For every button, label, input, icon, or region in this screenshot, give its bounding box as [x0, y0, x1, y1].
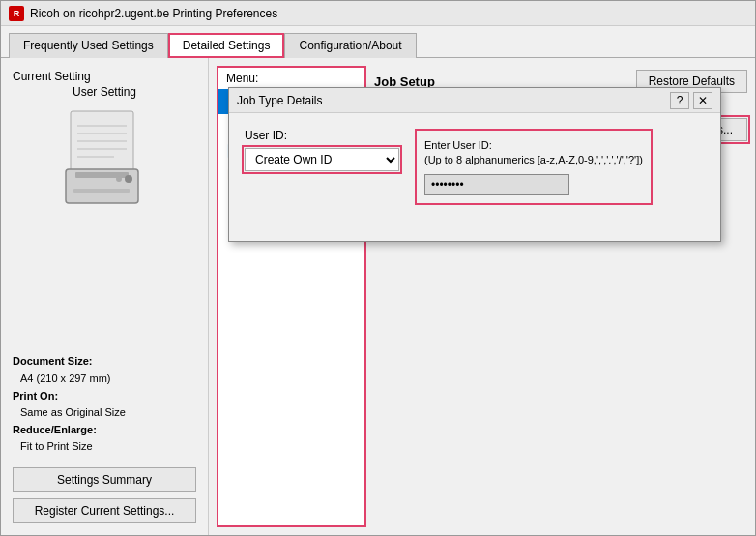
- tab-configuration-about[interactable]: Configuration/About: [284, 33, 416, 58]
- user-id-dropdown: Create Own ID Use Login Name: [245, 148, 399, 171]
- title-bar: R Ricoh on ricohpr2.ugent.be Printing Pr…: [1, 1, 755, 26]
- job-type-details-modal: Job Type Details ? ✕: [228, 87, 721, 242]
- app-icon: R: [9, 6, 24, 21]
- left-panel: Current Setting User Setting: [1, 58, 209, 535]
- user-id-select[interactable]: Create Own ID Use Login Name: [245, 148, 399, 171]
- main-content: Current Setting User Setting: [1, 58, 755, 535]
- printer-preview: [56, 106, 153, 223]
- bottom-buttons: Settings Summary Register Current Settin…: [13, 467, 196, 523]
- user-id-input[interactable]: [424, 174, 569, 195]
- modal-overlay: Job Type Details ? ✕: [228, 87, 755, 535]
- menu-and-content: Menu: 🖨 Job Setup ≡ Basic 📄 Paper: [209, 58, 755, 535]
- settings-summary-button[interactable]: Settings Summary: [13, 467, 196, 492]
- reduce-enlarge-value: Fit to Print Size: [13, 438, 196, 456]
- tabs-row: Frequently Used Settings Detailed Settin…: [1, 26, 755, 58]
- menu-label: Menu:: [218, 68, 364, 89]
- modal-titlebar: Job Type Details ? ✕: [229, 88, 720, 113]
- print-on-value: Same as Original Size: [13, 404, 196, 422]
- main-window: R Ricoh on ricohpr2.ugent.be Printing Pr…: [0, 0, 756, 536]
- user-id-section: User ID: Create Own ID Use Login Name: [245, 129, 399, 171]
- right-panel: Menu: 🖨 Job Setup ≡ Basic 📄 Paper: [209, 58, 755, 535]
- content-area: Job Setup Restore Defaults Job Type: i N…: [374, 66, 747, 527]
- printer-svg: [56, 106, 153, 223]
- svg-rect-8: [73, 189, 130, 193]
- svg-point-9: [125, 175, 132, 183]
- modal-help-button[interactable]: ?: [670, 92, 689, 109]
- info-section: Document Size: A4 (210 x 297 mm) Print O…: [13, 353, 196, 456]
- enter-user-id-desc: Enter User ID: (Up to 8 alphanumerics [a…: [424, 138, 643, 168]
- doc-size-label: Document Size:: [13, 355, 93, 367]
- user-setting-label: User Setting: [13, 85, 196, 99]
- modal-close-button[interactable]: ✕: [693, 92, 712, 109]
- modal-controls: ? ✕: [670, 92, 712, 109]
- tab-frequently-used[interactable]: Frequently Used Settings: [9, 33, 168, 58]
- reduce-enlarge-label: Reduce/Enlarge:: [13, 424, 97, 435]
- window-title: Ricoh on ricohpr2.ugent.be Printing Pref…: [30, 7, 277, 20]
- modal-body: User ID: Create Own ID Use Login Name: [229, 113, 720, 221]
- modal-title: Job Type Details: [237, 94, 323, 107]
- svg-point-10: [116, 176, 122, 182]
- doc-size-value: A4 (210 x 297 mm): [13, 371, 196, 388]
- current-setting-label: Current Setting: [13, 70, 196, 83]
- enter-user-id-section: Enter User ID: (Up to 8 alphanumerics [a…: [415, 129, 653, 205]
- user-id-label: User ID:: [245, 129, 399, 142]
- register-settings-button[interactable]: Register Current Settings...: [13, 498, 196, 523]
- tab-detailed-settings[interactable]: Detailed Settings: [168, 33, 285, 58]
- print-on-label: Print On:: [13, 390, 58, 402]
